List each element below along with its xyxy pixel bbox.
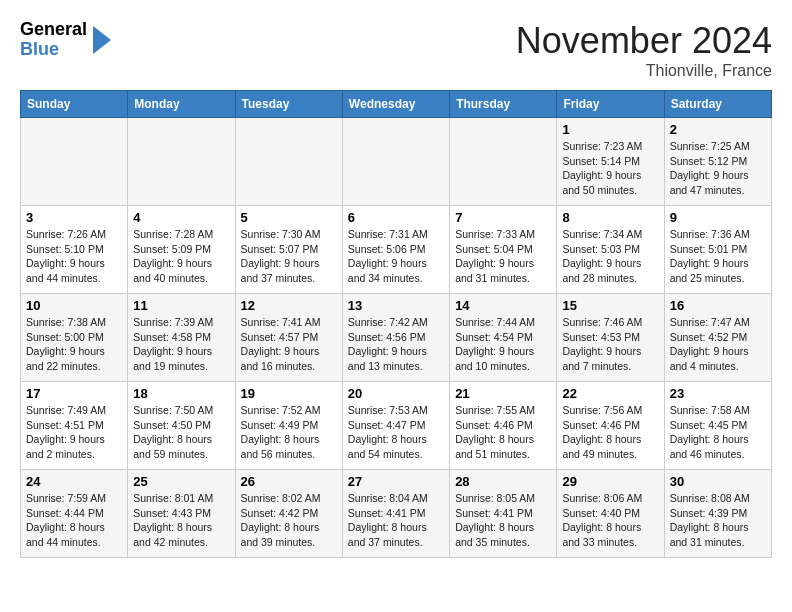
day-number: 26 [241, 474, 337, 489]
day-number: 22 [562, 386, 658, 401]
day-info: Sunrise: 7:42 AM Sunset: 4:56 PM Dayligh… [348, 315, 444, 374]
day-info: Sunrise: 7:49 AM Sunset: 4:51 PM Dayligh… [26, 403, 122, 462]
calendar-week-row: 1Sunrise: 7:23 AM Sunset: 5:14 PM Daylig… [21, 118, 772, 206]
calendar-cell: 26Sunrise: 8:02 AM Sunset: 4:42 PM Dayli… [235, 470, 342, 558]
calendar-cell: 3Sunrise: 7:26 AM Sunset: 5:10 PM Daylig… [21, 206, 128, 294]
logo-arrow-icon [93, 26, 111, 54]
day-number: 25 [133, 474, 229, 489]
calendar-cell: 8Sunrise: 7:34 AM Sunset: 5:03 PM Daylig… [557, 206, 664, 294]
day-number: 13 [348, 298, 444, 313]
day-info: Sunrise: 7:25 AM Sunset: 5:12 PM Dayligh… [670, 139, 766, 198]
calendar-cell: 28Sunrise: 8:05 AM Sunset: 4:41 PM Dayli… [450, 470, 557, 558]
calendar-week-row: 17Sunrise: 7:49 AM Sunset: 4:51 PM Dayli… [21, 382, 772, 470]
day-number: 23 [670, 386, 766, 401]
weekday-header: Saturday [664, 91, 771, 118]
day-number: 2 [670, 122, 766, 137]
calendar-week-row: 3Sunrise: 7:26 AM Sunset: 5:10 PM Daylig… [21, 206, 772, 294]
day-number: 28 [455, 474, 551, 489]
day-number: 27 [348, 474, 444, 489]
day-info: Sunrise: 7:59 AM Sunset: 4:44 PM Dayligh… [26, 491, 122, 550]
calendar-cell: 2Sunrise: 7:25 AM Sunset: 5:12 PM Daylig… [664, 118, 771, 206]
day-info: Sunrise: 7:33 AM Sunset: 5:04 PM Dayligh… [455, 227, 551, 286]
calendar-cell: 17Sunrise: 7:49 AM Sunset: 4:51 PM Dayli… [21, 382, 128, 470]
day-info: Sunrise: 7:36 AM Sunset: 5:01 PM Dayligh… [670, 227, 766, 286]
calendar-cell [21, 118, 128, 206]
calendar-cell: 30Sunrise: 8:08 AM Sunset: 4:39 PM Dayli… [664, 470, 771, 558]
weekday-header: Thursday [450, 91, 557, 118]
day-number: 16 [670, 298, 766, 313]
calendar-cell: 5Sunrise: 7:30 AM Sunset: 5:07 PM Daylig… [235, 206, 342, 294]
day-info: Sunrise: 7:56 AM Sunset: 4:46 PM Dayligh… [562, 403, 658, 462]
day-info: Sunrise: 8:08 AM Sunset: 4:39 PM Dayligh… [670, 491, 766, 550]
calendar-cell: 21Sunrise: 7:55 AM Sunset: 4:46 PM Dayli… [450, 382, 557, 470]
day-number: 19 [241, 386, 337, 401]
day-number: 18 [133, 386, 229, 401]
title-block: November 2024 Thionville, France [516, 20, 772, 80]
month-title: November 2024 [516, 20, 772, 62]
day-info: Sunrise: 7:50 AM Sunset: 4:50 PM Dayligh… [133, 403, 229, 462]
calendar-cell: 22Sunrise: 7:56 AM Sunset: 4:46 PM Dayli… [557, 382, 664, 470]
calendar-cell: 6Sunrise: 7:31 AM Sunset: 5:06 PM Daylig… [342, 206, 449, 294]
calendar-cell: 15Sunrise: 7:46 AM Sunset: 4:53 PM Dayli… [557, 294, 664, 382]
day-number: 5 [241, 210, 337, 225]
day-number: 12 [241, 298, 337, 313]
day-number: 15 [562, 298, 658, 313]
weekday-header: Friday [557, 91, 664, 118]
calendar-table: SundayMondayTuesdayWednesdayThursdayFrid… [20, 90, 772, 558]
location: Thionville, France [516, 62, 772, 80]
calendar-cell [235, 118, 342, 206]
day-info: Sunrise: 7:38 AM Sunset: 5:00 PM Dayligh… [26, 315, 122, 374]
calendar-cell: 29Sunrise: 8:06 AM Sunset: 4:40 PM Dayli… [557, 470, 664, 558]
day-info: Sunrise: 7:26 AM Sunset: 5:10 PM Dayligh… [26, 227, 122, 286]
calendar-cell: 23Sunrise: 7:58 AM Sunset: 4:45 PM Dayli… [664, 382, 771, 470]
weekday-header: Wednesday [342, 91, 449, 118]
calendar-cell: 9Sunrise: 7:36 AM Sunset: 5:01 PM Daylig… [664, 206, 771, 294]
day-info: Sunrise: 8:06 AM Sunset: 4:40 PM Dayligh… [562, 491, 658, 550]
day-info: Sunrise: 7:53 AM Sunset: 4:47 PM Dayligh… [348, 403, 444, 462]
calendar-cell: 20Sunrise: 7:53 AM Sunset: 4:47 PM Dayli… [342, 382, 449, 470]
calendar-cell: 10Sunrise: 7:38 AM Sunset: 5:00 PM Dayli… [21, 294, 128, 382]
day-number: 30 [670, 474, 766, 489]
weekday-header: Tuesday [235, 91, 342, 118]
day-info: Sunrise: 7:34 AM Sunset: 5:03 PM Dayligh… [562, 227, 658, 286]
calendar-cell: 13Sunrise: 7:42 AM Sunset: 4:56 PM Dayli… [342, 294, 449, 382]
calendar-cell: 18Sunrise: 7:50 AM Sunset: 4:50 PM Dayli… [128, 382, 235, 470]
day-number: 11 [133, 298, 229, 313]
weekday-header: Monday [128, 91, 235, 118]
day-info: Sunrise: 7:44 AM Sunset: 4:54 PM Dayligh… [455, 315, 551, 374]
calendar-week-row: 24Sunrise: 7:59 AM Sunset: 4:44 PM Dayli… [21, 470, 772, 558]
day-info: Sunrise: 8:02 AM Sunset: 4:42 PM Dayligh… [241, 491, 337, 550]
calendar-cell: 27Sunrise: 8:04 AM Sunset: 4:41 PM Dayli… [342, 470, 449, 558]
logo: General Blue [20, 20, 111, 60]
day-info: Sunrise: 7:47 AM Sunset: 4:52 PM Dayligh… [670, 315, 766, 374]
day-info: Sunrise: 7:55 AM Sunset: 4:46 PM Dayligh… [455, 403, 551, 462]
calendar-cell: 1Sunrise: 7:23 AM Sunset: 5:14 PM Daylig… [557, 118, 664, 206]
calendar-cell: 14Sunrise: 7:44 AM Sunset: 4:54 PM Dayli… [450, 294, 557, 382]
day-number: 20 [348, 386, 444, 401]
day-info: Sunrise: 7:39 AM Sunset: 4:58 PM Dayligh… [133, 315, 229, 374]
day-number: 3 [26, 210, 122, 225]
day-info: Sunrise: 8:01 AM Sunset: 4:43 PM Dayligh… [133, 491, 229, 550]
calendar-cell: 25Sunrise: 8:01 AM Sunset: 4:43 PM Dayli… [128, 470, 235, 558]
day-info: Sunrise: 7:28 AM Sunset: 5:09 PM Dayligh… [133, 227, 229, 286]
day-info: Sunrise: 8:04 AM Sunset: 4:41 PM Dayligh… [348, 491, 444, 550]
day-number: 1 [562, 122, 658, 137]
weekday-header: Sunday [21, 91, 128, 118]
day-number: 14 [455, 298, 551, 313]
calendar-cell: 11Sunrise: 7:39 AM Sunset: 4:58 PM Dayli… [128, 294, 235, 382]
calendar-cell: 24Sunrise: 7:59 AM Sunset: 4:44 PM Dayli… [21, 470, 128, 558]
calendar-week-row: 10Sunrise: 7:38 AM Sunset: 5:00 PM Dayli… [21, 294, 772, 382]
logo-general: General [20, 20, 87, 40]
day-number: 7 [455, 210, 551, 225]
day-info: Sunrise: 7:30 AM Sunset: 5:07 PM Dayligh… [241, 227, 337, 286]
calendar-cell [342, 118, 449, 206]
day-number: 21 [455, 386, 551, 401]
day-number: 17 [26, 386, 122, 401]
day-info: Sunrise: 7:23 AM Sunset: 5:14 PM Dayligh… [562, 139, 658, 198]
day-info: Sunrise: 7:41 AM Sunset: 4:57 PM Dayligh… [241, 315, 337, 374]
day-number: 24 [26, 474, 122, 489]
logo-text: General Blue [20, 20, 87, 60]
day-number: 9 [670, 210, 766, 225]
calendar-cell: 16Sunrise: 7:47 AM Sunset: 4:52 PM Dayli… [664, 294, 771, 382]
calendar-cell: 4Sunrise: 7:28 AM Sunset: 5:09 PM Daylig… [128, 206, 235, 294]
